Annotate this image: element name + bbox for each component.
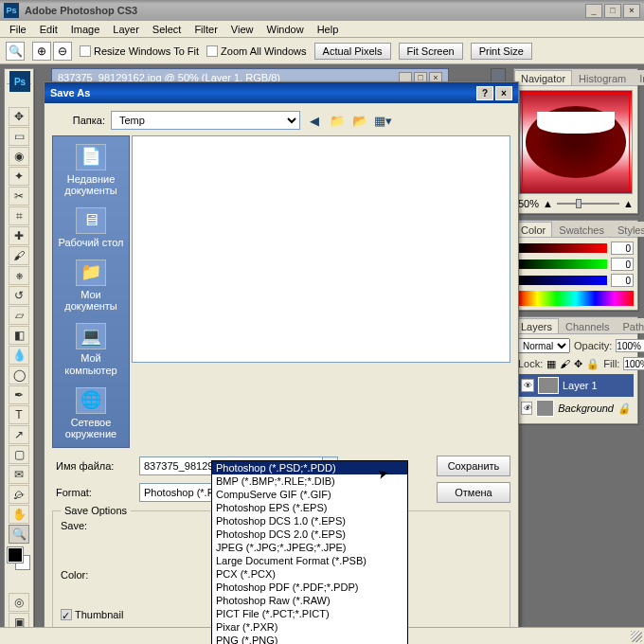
eyedropper-tool[interactable]: ⌮ — [9, 485, 29, 504]
blend-mode-select[interactable]: Normal — [518, 338, 570, 353]
newfolder-icon[interactable]: 📂 — [351, 112, 368, 129]
menu-file[interactable]: File — [4, 23, 32, 36]
actual-pixels-button[interactable]: Actual Pixels — [314, 43, 391, 60]
menu-window[interactable]: Window — [261, 23, 310, 36]
color-swatches[interactable] — [8, 547, 30, 570]
tab-swatches[interactable]: Swatches — [552, 222, 611, 237]
type-tool[interactable]: T — [9, 405, 29, 424]
resize-grip-icon[interactable] — [631, 631, 642, 642]
place-computer[interactable]: 💻Мой компьютер — [55, 323, 127, 375]
menu-edit[interactable]: Edit — [34, 23, 63, 36]
print-size-button[interactable]: Print Size — [471, 43, 532, 60]
format-option[interactable]: PCX (*.PCX) — [212, 567, 407, 581]
blur-tool[interactable]: 💧 — [9, 346, 29, 365]
foreground-color-swatch[interactable] — [8, 547, 23, 563]
color-ramp[interactable] — [518, 291, 634, 306]
cancel-button[interactable]: Отмена — [437, 482, 510, 503]
zoom-slider[interactable] — [557, 203, 619, 205]
fill-input[interactable] — [623, 357, 644, 370]
heal-tool[interactable]: ✚ — [9, 226, 29, 245]
format-option[interactable]: JPEG (*.JPG;*.JPEG;*.JPE) — [212, 541, 407, 554]
notes-tool[interactable]: ✉ — [9, 465, 29, 484]
save-button[interactable]: Сохранить — [437, 456, 510, 476]
menu-select[interactable]: Select — [147, 23, 188, 36]
zoom-out-icon[interactable]: ⊖ — [53, 42, 72, 61]
fit-screen-button[interactable]: Fit Screen — [399, 43, 463, 60]
place-desktop[interactable]: 🖥Рабочий стол — [55, 207, 127, 248]
tab-layers[interactable]: Layers — [514, 318, 559, 333]
lasso-tool[interactable]: ◉ — [9, 147, 29, 166]
zoom-out-small-icon[interactable]: ▲ — [543, 198, 553, 209]
format-option[interactable]: CompuServe GIF (*.GIF) — [212, 488, 407, 501]
place-recent[interactable]: 📄Недавние документы — [55, 144, 127, 196]
tab-info[interactable]: Info — [633, 70, 644, 85]
menu-layer[interactable]: Layer — [107, 23, 145, 36]
viewmenu-icon[interactable]: ▦▾ — [374, 112, 391, 129]
stamp-tool[interactable]: ⎈ — [9, 266, 29, 285]
r-input[interactable] — [611, 242, 634, 255]
g-slider[interactable] — [518, 259, 607, 269]
lock-move-icon[interactable]: ✥ — [574, 358, 582, 370]
quickmask-tool[interactable]: ◎ — [9, 593, 29, 612]
r-slider[interactable] — [518, 243, 607, 253]
lookin-select[interactable]: Temp — [111, 111, 300, 130]
b-input[interactable] — [611, 274, 634, 287]
eraser-tool[interactable]: ▱ — [9, 306, 29, 325]
b-slider[interactable] — [518, 276, 607, 285]
format-option[interactable]: Large Document Format (*.PSB) — [212, 554, 407, 567]
place-network[interactable]: 🌐Сетевое окружение — [55, 387, 127, 439]
maximize-button[interactable]: □ — [604, 4, 621, 18]
move-tool[interactable]: ✥ — [9, 107, 29, 126]
opacity-input[interactable] — [616, 339, 644, 352]
tab-paths[interactable]: Paths — [617, 318, 644, 333]
shape-tool[interactable]: ▢ — [9, 445, 29, 464]
history-brush-tool[interactable]: ↺ — [9, 286, 29, 305]
zoom-in-small-icon[interactable]: ▲ — [623, 198, 634, 209]
zoom-tool[interactable]: 🔍 — [9, 525, 29, 544]
tab-histogram[interactable]: Histogram — [572, 70, 633, 85]
file-list[interactable] — [132, 135, 510, 363]
layer-row-background[interactable]: 👁 Background 🔒 — [518, 397, 634, 420]
menu-view[interactable]: View — [225, 23, 259, 36]
tab-color[interactable]: Color — [514, 222, 552, 237]
zoom-in-icon[interactable]: ⊕ — [32, 42, 51, 61]
dialog-help-button[interactable]: ? — [476, 86, 493, 100]
format-option[interactable]: Photoshop PDF (*.PDF;*.PDP) — [212, 581, 407, 594]
gradient-tool[interactable]: ◧ — [9, 326, 29, 345]
wand-tool[interactable]: ✦ — [9, 167, 29, 186]
zoom-all-checkbox[interactable]: Zoom All Windows — [206, 45, 306, 57]
layer-row-layer1[interactable]: 👁 Layer 1 — [518, 374, 634, 397]
slice-tool[interactable]: ⌗ — [9, 206, 29, 225]
dialog-titlebar[interactable]: Save As ? × — [45, 82, 518, 103]
tab-channels[interactable]: Channels — [559, 318, 616, 333]
resize-windows-checkbox[interactable]: Resize Windows To Fit — [80, 45, 199, 57]
up-icon[interactable]: 📁 — [329, 112, 346, 129]
format-option[interactable]: Photoshop DCS 2.0 (*.EPS) — [212, 528, 407, 541]
format-option[interactable]: PNG (*.PNG) — [212, 634, 407, 644]
zoom-tool-icon[interactable]: 🔍 — [6, 42, 25, 61]
dialog-close-button[interactable]: × — [495, 86, 512, 100]
menu-image[interactable]: Image — [65, 23, 106, 36]
format-dropdown-list[interactable]: Photoshop (*.PSD;*.PDD)BMP (*.BMP;*.RLE;… — [211, 460, 408, 644]
visibility-icon[interactable]: 👁 — [521, 379, 534, 392]
visibility-icon[interactable]: 👁 — [521, 402, 532, 415]
crop-tool[interactable]: ✂ — [9, 187, 29, 206]
lock-paint-icon[interactable]: 🖌 — [560, 358, 570, 369]
format-option[interactable]: Pixar (*.PXR) — [212, 620, 407, 634]
menu-help[interactable]: Help — [312, 23, 345, 36]
pen-tool[interactable]: ✒ — [9, 385, 29, 404]
close-button[interactable]: × — [623, 4, 640, 18]
path-tool[interactable]: ↗ — [9, 425, 29, 444]
format-option[interactable]: PICT File (*.PCT;*.PICT) — [212, 607, 407, 620]
marquee-tool[interactable]: ▭ — [9, 127, 29, 146]
dodge-tool[interactable]: ◯ — [9, 366, 29, 385]
navigator-thumbnail[interactable] — [519, 90, 633, 194]
place-mydocs[interactable]: 📁Мои документы — [55, 259, 127, 312]
lock-all-icon[interactable]: 🔒 — [586, 358, 599, 370]
format-option[interactable]: Photoshop Raw (*.RAW) — [212, 594, 407, 607]
g-input[interactable] — [611, 258, 634, 271]
tab-styles[interactable]: Styles — [611, 222, 644, 237]
menu-filter[interactable]: Filter — [188, 23, 223, 36]
hand-tool[interactable]: ✋ — [9, 505, 29, 524]
format-option[interactable]: Photoshop DCS 1.0 (*.EPS) — [212, 514, 407, 528]
